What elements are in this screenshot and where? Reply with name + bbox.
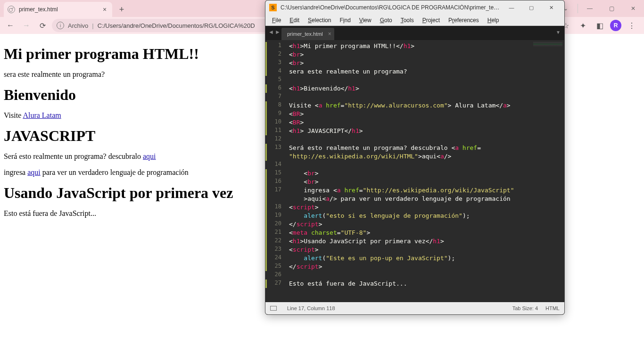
line-number: 21: [265, 229, 286, 237]
separator: |: [92, 22, 93, 29]
sublime-tab-strip: ◄ ► primer_tex.html × ▼: [265, 26, 564, 40]
reload-button[interactable]: ⟳: [36, 19, 49, 32]
line-number: 13: [265, 144, 286, 152]
menu-file[interactable]: File: [268, 16, 285, 25]
line-number: 10: [265, 118, 286, 127]
line-number: 24: [265, 254, 286, 263]
minimap-content: [533, 42, 562, 70]
line-number: 26: [265, 271, 286, 280]
menu-edit[interactable]: Edit: [286, 16, 303, 25]
line-number: 16: [265, 178, 286, 186]
close-button[interactable]: ✕: [622, 1, 644, 16]
line-number: 8: [265, 101, 286, 110]
arrow-left-icon[interactable]: ◄: [268, 29, 274, 35]
toolbar-right: ☆ ✦ ◧ R ⋮: [559, 19, 640, 32]
minimize-button[interactable]: —: [502, 1, 521, 14]
line-number: 25: [265, 263, 286, 271]
profile-avatar[interactable]: R: [610, 20, 621, 31]
text: ingresa: [4, 168, 27, 176]
text: Será esto realmente un programa? descubr…: [4, 152, 143, 160]
line-number: 27: [265, 280, 286, 288]
sublime-logo-icon: S: [269, 4, 277, 11]
menu-preferences[interactable]: Preferences: [445, 16, 483, 25]
text: Visite: [4, 111, 23, 119]
browser-tab[interactable]: primer_tex.html ×: [4, 2, 112, 17]
maximize-button[interactable]: ▢: [601, 1, 622, 16]
address-scheme: Archivo: [68, 22, 88, 29]
menu-project[interactable]: Project: [419, 16, 444, 25]
tab-nav-arrows: ◄ ►: [268, 29, 281, 35]
separator: [578, 4, 578, 13]
code-editor[interactable]: <h1>Mi primer programa HTML!!</h1> <br> …: [286, 40, 531, 302]
tab-label: primer_tex.html: [287, 31, 323, 37]
sublime-window-controls: — ▢ ✕: [502, 1, 561, 14]
cursor-position[interactable]: Line 17, Column 118: [287, 305, 335, 311]
panel-icon[interactable]: [270, 306, 277, 311]
minimize-button[interactable]: —: [579, 1, 601, 16]
menu-goto[interactable]: Goto: [376, 16, 396, 25]
forward-button[interactable]: →: [20, 19, 33, 32]
line-number: 6: [265, 84, 286, 93]
sublime-title-text: C:\Users\andre\OneDrive\Documentos\RG\LO…: [281, 4, 502, 11]
sublime-editor-body: 1234567891011121314151617181920212223242…: [265, 40, 564, 302]
window-controls: ⌄ — ▢ ✕: [555, 0, 644, 17]
line-number: [265, 195, 286, 203]
menu-find[interactable]: Find: [336, 16, 354, 25]
tab-title: primer_tex.html: [19, 6, 101, 13]
globe-icon: [8, 6, 15, 13]
minimap[interactable]: [531, 40, 564, 302]
menu-tools[interactable]: Tools: [397, 16, 418, 25]
close-button[interactable]: ✕: [542, 1, 561, 14]
line-number: 15: [265, 169, 286, 178]
text: para ver un verdadero lenguaje de progra…: [41, 168, 189, 176]
chevron-down-icon[interactable]: ▼: [556, 30, 561, 35]
line-number: 3: [265, 59, 286, 67]
sublime-statusbar: Line 17, Column 118 Tab Size: 4 HTML: [265, 302, 564, 314]
line-number: [265, 152, 286, 161]
line-number: 12: [265, 135, 286, 144]
sublime-file-tab[interactable]: primer_tex.html ×: [281, 28, 334, 40]
new-tab-button[interactable]: +: [115, 3, 128, 16]
link-alura[interactable]: Alura Latam: [23, 111, 61, 119]
line-number: 11: [265, 127, 286, 135]
sublime-titlebar[interactable]: S C:\Users\andre\OneDrive\Documentos\RG\…: [265, 0, 564, 15]
extensions-icon[interactable]: ✦: [576, 19, 589, 32]
line-number: 19: [265, 212, 286, 220]
syntax-mode[interactable]: HTML: [545, 305, 560, 311]
tab-size[interactable]: Tab Size: 4: [512, 305, 538, 311]
line-number: 17: [265, 186, 286, 195]
line-number: 20: [265, 220, 286, 229]
link-aqui-wiki-js[interactable]: aqui: [27, 168, 41, 176]
arrow-right-icon[interactable]: ►: [275, 29, 281, 35]
maximize-button[interactable]: ▢: [522, 1, 541, 14]
line-number: 5: [265, 76, 286, 84]
line-number: 22: [265, 237, 286, 246]
sublime-text-window: S C:\Users\andre\OneDrive\Documentos\RG\…: [265, 0, 565, 315]
line-number: 2: [265, 50, 286, 59]
sublime-menubar: FileEditSelectionFindViewGotoToolsProjec…: [265, 15, 564, 26]
line-number: 7: [265, 93, 286, 101]
menu-view[interactable]: View: [355, 16, 375, 25]
menu-help[interactable]: Help: [484, 16, 503, 25]
menu-icon[interactable]: ⋮: [625, 19, 638, 32]
line-number: 9: [265, 110, 286, 118]
line-number: 1: [265, 42, 286, 50]
line-number: 4: [265, 67, 286, 76]
link-aqui-wiki-html[interactable]: aqui: [143, 152, 156, 160]
close-icon[interactable]: ×: [328, 31, 331, 37]
line-number: 14: [265, 161, 286, 169]
info-icon[interactable]: i: [57, 22, 64, 29]
line-number-gutter: 1234567891011121314151617181920212223242…: [265, 40, 286, 302]
close-icon[interactable]: ×: [101, 6, 108, 13]
back-button[interactable]: ←: [4, 19, 17, 32]
address-url: C:/Users/andre/OneDrive/Documentos/RG/LO…: [98, 22, 255, 29]
menu-selection[interactable]: Selection: [304, 16, 335, 25]
sidepanel-icon[interactable]: ◧: [593, 19, 606, 32]
line-number: 23: [265, 246, 286, 254]
line-number: 18: [265, 203, 286, 212]
